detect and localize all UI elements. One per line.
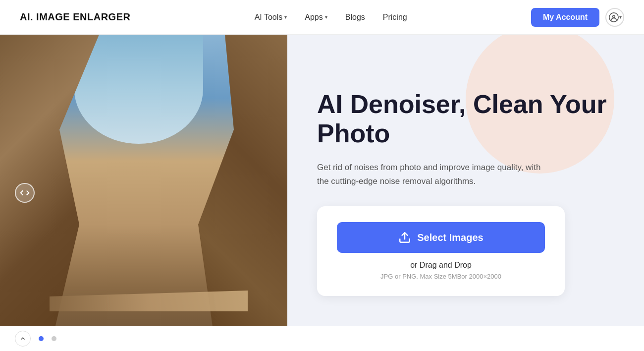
carousel-dot-2[interactable] bbox=[52, 336, 56, 341]
hero-image bbox=[0, 35, 287, 351]
sky-decoration bbox=[74, 35, 203, 144]
bottom-bar bbox=[0, 326, 644, 351]
nav-item-apps[interactable]: Apps ▾ bbox=[305, 13, 327, 22]
carousel-dot-1[interactable] bbox=[39, 336, 44, 341]
upload-box: Select Images or Drag and Drop JPG or PN… bbox=[317, 206, 565, 296]
brand-logo: AI. IMAGE ENLARGER bbox=[20, 11, 130, 23]
nav-links: AI Tools ▾ Apps ▾ Blogs Pricing bbox=[255, 13, 407, 22]
my-account-button[interactable]: My Account bbox=[531, 8, 599, 27]
nav-item-blogs[interactable]: Blogs bbox=[345, 13, 365, 22]
image-nav-arrow[interactable] bbox=[15, 183, 35, 203]
nav-item-ai-tools[interactable]: AI Tools ▾ bbox=[255, 13, 287, 22]
scroll-up-button[interactable] bbox=[15, 331, 31, 347]
main-content: AI Denoiser, Clean Your Photo Get rid of… bbox=[0, 35, 644, 351]
hero-title: AI Denoiser, Clean Your Photo bbox=[317, 90, 614, 149]
avatar-button[interactable]: ▾ bbox=[605, 8, 624, 27]
chevron-down-icon: ▾ bbox=[619, 14, 622, 20]
upload-icon bbox=[398, 231, 411, 244]
upload-hint: JPG or PNG. Max Size 5MBor 2000×2000 bbox=[337, 273, 545, 280]
select-images-button[interactable]: Select Images bbox=[337, 222, 545, 253]
drag-drop-label: or Drag and Drop bbox=[337, 261, 545, 270]
svg-point-0 bbox=[609, 12, 618, 21]
hero-subtitle: Get rid of noises from photo and improve… bbox=[317, 161, 545, 188]
hero-image-panel bbox=[0, 35, 287, 351]
navbar: AI. IMAGE ENLARGER AI Tools ▾ Apps ▾ Blo… bbox=[0, 0, 644, 35]
content-panel: AI Denoiser, Clean Your Photo Get rid of… bbox=[287, 35, 644, 351]
chevron-down-icon: ▾ bbox=[325, 14, 327, 20]
nav-right: My Account ▾ bbox=[531, 8, 624, 27]
chevron-down-icon: ▾ bbox=[284, 14, 287, 20]
nav-item-pricing[interactable]: Pricing bbox=[383, 13, 407, 22]
